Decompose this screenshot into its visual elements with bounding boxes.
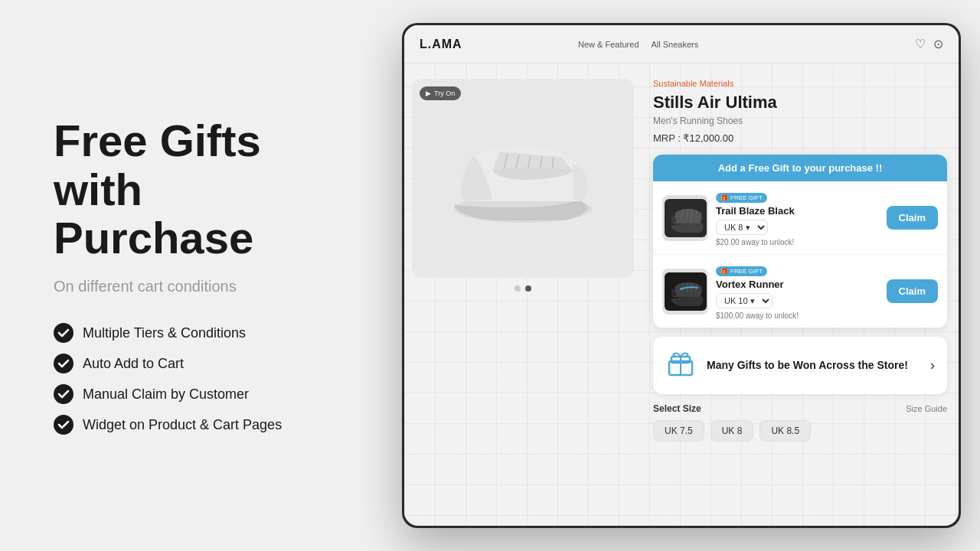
check-icon-2 [54,354,74,373]
product-image-section: ▶ Try On [404,64,642,526]
gift-unlock-text-2: $100.00 away to unlock! [716,311,879,320]
gift-svg-icon [665,347,696,378]
nav-dot-2[interactable] [525,285,531,292]
claim-button-1[interactable]: Claim [887,206,938,230]
svg-point-1 [54,354,74,373]
nav-link-new[interactable]: New & Featured [578,40,639,49]
store-logo: L.AMA [420,37,462,51]
main-heading: Free Gifts with Purchase [54,116,337,262]
size-option-1[interactable]: UK 7.5 [653,420,704,442]
free-gift-badge-1: 🎁 FREE GIFT [716,193,767,203]
feature-item-3: Manual Claim by Customer [54,384,337,404]
product-info-section: Sustainable Materials Stills Air Ultima … [642,64,959,526]
nav-links: New & Featured All Sneakers [578,40,698,49]
gift-product-img-2 [662,269,708,315]
product-subtitle: Men's Running Shoes [653,116,947,126]
tablet-frame: L.AMA New & Featured All Sneakers ♡ ⊙ ▶ [402,23,961,528]
many-gifts-text: Many Gifts to be Won Across the Store! [707,358,920,372]
gift-name-1: Trail Blaze Black [716,205,879,217]
right-panel: L.AMA New & Featured All Sneakers ♡ ⊙ ▶ [383,0,980,551]
gift-widget-header: Add a Free Gift to your purchase !! [653,155,947,181]
many-gifts-banner[interactable]: Many Gifts to be Won Across the Store! › [653,337,947,394]
size-option-3[interactable]: UK 8.5 [760,420,811,442]
features-list: Multiple Tiers & Conditions Auto Add to … [54,323,337,435]
product-tag: Sustainable Materials [653,79,947,88]
gift-size-select-1[interactable]: UK 8 ▾ UK 7 UK 9 UK 10 [716,220,768,235]
gift-widget: Add a Free Gift to your purchase !! [653,155,947,328]
cart-icon[interactable]: ⊙ [933,37,943,51]
free-gift-badge-2: 🎁 FREE GIFT [716,266,767,276]
check-icon-1 [54,323,74,343]
size-label-row: Select Size Size Guide [653,403,947,414]
product-name: Stills Air Ultima [653,93,947,112]
gift-box-icon [665,347,696,383]
many-gifts-title: Many Gifts to be Won Across the Store! [707,358,920,372]
svg-point-3 [54,415,74,435]
check-icon-4 [54,415,74,435]
size-guide-link[interactable]: Size Guide [906,404,947,413]
nav-icons: ♡ ⊙ [915,37,943,51]
feature-item-2: Auto Add to Cart [54,354,337,373]
store-content: ▶ Try On [404,64,959,526]
nav-dots [514,285,531,292]
nav-dot-1[interactable] [514,285,521,292]
gift-shoe-img-1 [665,199,707,237]
store-nav: L.AMA New & Featured All Sneakers ♡ ⊙ [404,25,959,64]
gift-shoe-img-2 [665,272,707,311]
tablet-inner: L.AMA New & Featured All Sneakers ♡ ⊙ ▶ [404,25,959,526]
gift-product-info-2: 🎁 FREE GIFT Vortex Runner UK 10 ▾ UK 8 U… [716,262,879,320]
size-options: UK 7.5 UK 8 UK 8.5 [653,420,947,442]
shoe-image [431,109,615,247]
sub-heading: On different cart conditions [54,278,337,295]
gift-product-info-1: 🎁 FREE GIFT Trail Blaze Black UK 8 ▾ UK … [716,189,879,246]
product-image-box: ▶ Try On [412,79,634,278]
size-section: Select Size Size Guide UK 7.5 UK 8 UK 8.… [653,403,947,448]
gift-name-2: Vortex Runner [716,279,879,290]
gift-product-img-1 [662,195,708,241]
feature-item-4: Widget on Product & Cart Pages [54,415,337,435]
svg-point-0 [54,323,74,343]
gift-size-select-2[interactable]: UK 10 ▾ UK 8 UK 9 UK 11 [716,293,773,308]
product-price: MRP : ₹12,000.00 [653,132,947,144]
heart-icon[interactable]: ♡ [915,37,926,51]
gift-unlock-text-1: $20.00 away to unlock! [716,238,879,246]
chevron-right-icon: › [930,357,935,373]
size-label: Select Size [653,403,701,414]
feature-item-1: Multiple Tiers & Conditions [54,323,337,343]
claim-button-2[interactable]: Claim [887,279,938,303]
gift-item-1: 🎁 FREE GIFT Trail Blaze Black UK 8 ▾ UK … [653,181,947,255]
gift-item-2: 🎁 FREE GIFT Vortex Runner UK 10 ▾ UK 8 U… [653,255,947,328]
try-on-badge[interactable]: ▶ Try On [420,86,461,100]
nav-link-sneakers[interactable]: All Sneakers [652,40,699,49]
check-icon-3 [54,384,74,404]
size-option-2[interactable]: UK 8 [710,420,754,442]
svg-point-2 [54,384,74,404]
